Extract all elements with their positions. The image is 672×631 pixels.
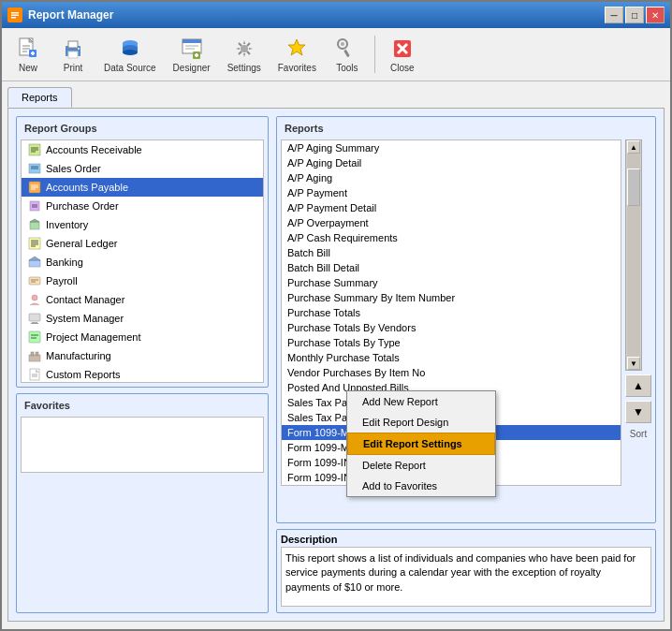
inventory-icon — [27, 217, 42, 232]
group-inventory[interactable]: Inventory — [22, 215, 263, 234]
title-bar: Report Manager ─ □ ✕ — [2, 2, 670, 28]
settings-button[interactable]: Settings — [221, 32, 268, 77]
report-ap-aging-detail[interactable]: A/P Aging Detail — [282, 155, 621, 170]
context-add-new-report[interactable]: Add New Report — [347, 391, 495, 412]
report-ap-aging[interactable]: A/P Aging — [282, 170, 621, 185]
favorites-icon — [284, 36, 310, 62]
group-banking[interactable]: Banking — [22, 253, 263, 271]
close-toolbar-label: Close — [390, 63, 415, 73]
report-batch-bill-detail[interactable]: Batch Bill Detail — [282, 260, 621, 275]
context-edit-report-settings[interactable]: Edit Report Settings — [347, 433, 495, 455]
context-add-to-favorites[interactable]: Add to Favorites — [347, 476, 495, 496]
close-button[interactable]: ✕ — [646, 7, 665, 23]
svg-marker-50 — [30, 219, 39, 222]
report-batch-bill[interactable]: Batch Bill — [282, 245, 621, 260]
scroll-track — [627, 154, 640, 357]
purchase-order-icon — [27, 198, 42, 213]
report-purchase-summary[interactable]: Purchase Summary — [282, 275, 621, 290]
group-purchase-order[interactable]: Purchase Order — [22, 197, 263, 215]
svg-rect-51 — [29, 238, 40, 249]
scrollbar[interactable]: ▲ ▼ — [625, 139, 642, 371]
group-contact-manager[interactable]: Contact Manager — [22, 290, 263, 309]
svg-rect-64 — [31, 323, 38, 324]
report-ap-payment[interactable]: A/P Payment — [282, 185, 621, 200]
svg-rect-13 — [68, 51, 78, 58]
contact-manager-icon — [27, 292, 42, 307]
svg-rect-2 — [11, 15, 19, 17]
banking-icon — [27, 255, 42, 270]
report-purchase-totals-vendors[interactable]: Purchase Totals By Vendors — [282, 320, 621, 335]
general-ledger-icon — [27, 236, 42, 251]
svg-rect-14 — [78, 48, 80, 50]
svg-rect-1 — [11, 12, 19, 14]
report-ap-cash-requirements[interactable]: A/P Cash Requirements — [282, 230, 621, 245]
svg-rect-65 — [29, 331, 40, 343]
reports-box: Reports A/P Aging Summary A/P Aging Deta… — [276, 116, 656, 523]
designer-button[interactable]: Designer — [167, 32, 217, 77]
group-custom-reports[interactable]: Custom Reports — [22, 365, 263, 383]
report-purchase-summary-item[interactable]: Purchase Summary By Item Number — [282, 290, 621, 305]
accounts-receivable-icon — [27, 142, 42, 157]
close-toolbar-button[interactable]: Close — [382, 32, 423, 77]
context-delete-report[interactable]: Delete Report — [347, 455, 495, 476]
designer-icon — [179, 36, 205, 62]
sort-up-button[interactable]: ▲ — [625, 374, 651, 397]
tab-reports[interactable]: Reports — [7, 87, 72, 108]
left-panel: Report Groups Accounts Receivable — [16, 116, 269, 613]
report-groups-list[interactable]: Accounts Receivable Sales Order — [21, 139, 264, 383]
sort-down-button[interactable]: ▼ — [625, 401, 651, 423]
report-monthly-purchase-totals[interactable]: Monthly Purchase Totals — [282, 350, 621, 365]
svg-rect-70 — [36, 352, 38, 356]
custom-reports-icon — [27, 367, 42, 382]
panel-outer: Report Groups Accounts Receivable — [7, 108, 665, 622]
datasource-button[interactable]: Data Source — [97, 32, 163, 77]
favorites-box: Favorites — [16, 393, 269, 613]
main-window: Report Manager ─ □ ✕ New Print Data Sour… — [0, 0, 672, 631]
group-general-ledger[interactable]: General Ledger — [22, 234, 263, 253]
report-groups-box: Report Groups Accounts Receivable — [16, 116, 269, 388]
group-sales-order[interactable]: Sales Order — [22, 159, 263, 178]
payroll-icon — [27, 273, 42, 288]
scroll-thumb[interactable] — [627, 169, 640, 206]
description-box: Description This report shows a list of … — [276, 529, 656, 613]
group-payroll[interactable]: Payroll — [22, 271, 263, 290]
report-ap-overpayment[interactable]: A/P Overpayment — [282, 215, 621, 230]
tools-icon — [334, 36, 360, 62]
report-purchase-totals-type[interactable]: Purchase Totals By Type — [282, 335, 621, 350]
svg-rect-21 — [183, 39, 201, 43]
svg-point-31 — [341, 42, 344, 46]
group-manufacturing[interactable]: Manufacturing — [22, 346, 263, 365]
right-controls: ▲ ▼ ▲ ▼ Sort — [625, 139, 651, 439]
print-button[interactable]: Print — [52, 32, 94, 77]
context-edit-report-design[interactable]: Edit Report Design — [347, 412, 495, 433]
report-purchase-totals[interactable]: Purchase Totals — [282, 305, 621, 320]
report-ap-aging-summary[interactable]: A/P Aging Summary — [282, 140, 621, 155]
svg-marker-57 — [29, 257, 40, 260]
sort-controls: ▲ ▼ Sort — [625, 374, 651, 439]
group-project-management[interactable]: Project Management — [22, 328, 263, 346]
scroll-down-arrow[interactable]: ▼ — [627, 357, 640, 370]
group-system-manager[interactable]: System Manager — [22, 309, 263, 328]
report-vendor-purchases-item-no[interactable]: Vendor Purchases By Item No — [282, 365, 621, 380]
tools-button[interactable]: Tools — [327, 32, 368, 77]
system-manager-icon — [27, 311, 42, 326]
description-title: Description — [281, 534, 651, 545]
group-accounts-receivable[interactable]: Accounts Receivable — [22, 140, 263, 159]
favorites-list[interactable] — [21, 417, 264, 473]
scroll-up-arrow[interactable]: ▲ — [627, 140, 640, 154]
print-icon — [60, 36, 86, 62]
favorites-button[interactable]: Favorites — [271, 32, 323, 77]
group-accounts-payable[interactable]: Accounts Payable — [22, 178, 263, 197]
favorites-label: Favorites — [278, 63, 316, 73]
maximize-button[interactable]: □ — [625, 7, 644, 23]
window-controls: ─ □ ✕ — [605, 7, 665, 23]
close-toolbar-icon — [389, 36, 416, 62]
svg-rect-49 — [30, 222, 39, 229]
svg-point-61 — [32, 295, 37, 301]
svg-rect-58 — [29, 277, 40, 285]
new-button[interactable]: New — [7, 32, 49, 77]
context-menu: Add New Report Edit Report Design Edit R… — [346, 390, 496, 497]
report-ap-payment-detail[interactable]: A/P Payment Detail — [282, 200, 621, 215]
minimize-button[interactable]: ─ — [605, 7, 623, 23]
reports-title: Reports — [281, 121, 651, 136]
